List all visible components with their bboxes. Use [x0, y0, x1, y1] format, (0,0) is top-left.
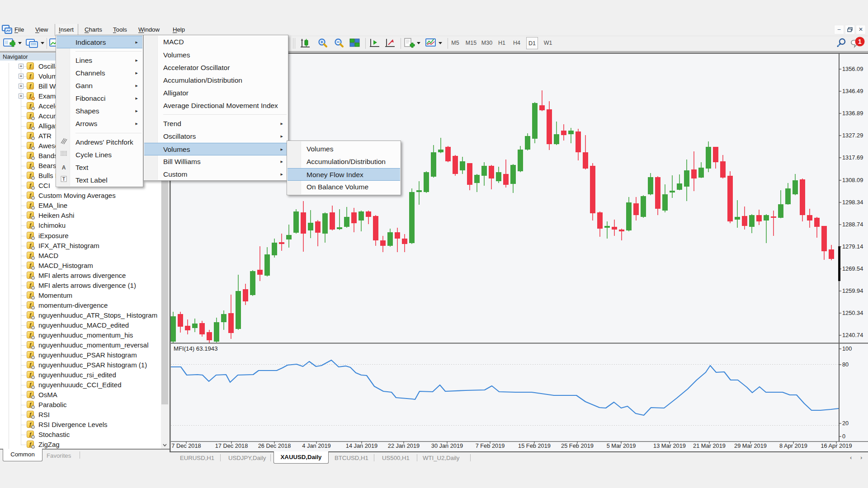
- svg-text:1288.74: 1288.74: [842, 221, 863, 228]
- svg-text:15 Feb 2019: 15 Feb 2019: [518, 442, 551, 449]
- svg-text:80: 80: [842, 361, 849, 368]
- svg-text:0: 0: [842, 433, 845, 440]
- svg-text:8 Apr 2019: 8 Apr 2019: [779, 442, 807, 449]
- svg-text:1308.09: 1308.09: [842, 177, 863, 183]
- svg-text:21 Mar 2019: 21 Mar 2019: [693, 442, 726, 449]
- svg-text:1279.14: 1279.14: [842, 243, 863, 250]
- svg-text:7 Feb 2019: 7 Feb 2019: [476, 442, 505, 449]
- svg-text:13 Mar 2019: 13 Mar 2019: [653, 442, 686, 449]
- svg-text:1: 1: [858, 38, 862, 45]
- svg-text:25 Feb 2019: 25 Feb 2019: [561, 442, 594, 449]
- svg-text:1250.34: 1250.34: [842, 310, 863, 316]
- svg-text:29 Mar 2019: 29 Mar 2019: [734, 442, 767, 449]
- svg-text:100: 100: [842, 345, 852, 352]
- svg-text:22 Jan 2019: 22 Jan 2019: [388, 442, 420, 449]
- svg-text:5 Mar 2019: 5 Mar 2019: [607, 442, 636, 449]
- svg-text:1327.29: 1327.29: [842, 132, 863, 139]
- svg-text:1269.54: 1269.54: [842, 265, 863, 272]
- svg-text:1240.74: 1240.74: [842, 332, 863, 338]
- svg-text:MFI(14) 63.1943: MFI(14) 63.1943: [174, 345, 218, 352]
- svg-text:1317.69: 1317.69: [842, 154, 863, 161]
- svg-text:1346.49: 1346.49: [842, 88, 863, 94]
- svg-text:1336.89: 1336.89: [842, 110, 863, 117]
- svg-text:26 Dec 2018: 26 Dec 2018: [258, 442, 291, 449]
- svg-text:1356.09: 1356.09: [842, 66, 863, 72]
- svg-text:16 Apr 2019: 16 Apr 2019: [821, 442, 852, 449]
- svg-text:20: 20: [842, 420, 849, 427]
- svg-text:17 Dec 2018: 17 Dec 2018: [215, 442, 248, 449]
- svg-text:7 Dec 2018: 7 Dec 2018: [171, 442, 201, 449]
- svg-text:4 Jan 2019: 4 Jan 2019: [302, 442, 330, 449]
- svg-text:1259.94: 1259.94: [842, 287, 863, 294]
- svg-text:30 Jan 2019: 30 Jan 2019: [431, 442, 463, 449]
- svg-text:14 Jan 2019: 14 Jan 2019: [346, 442, 377, 449]
- svg-text:T: T: [62, 177, 65, 182]
- svg-text:1298.34: 1298.34: [842, 199, 863, 206]
